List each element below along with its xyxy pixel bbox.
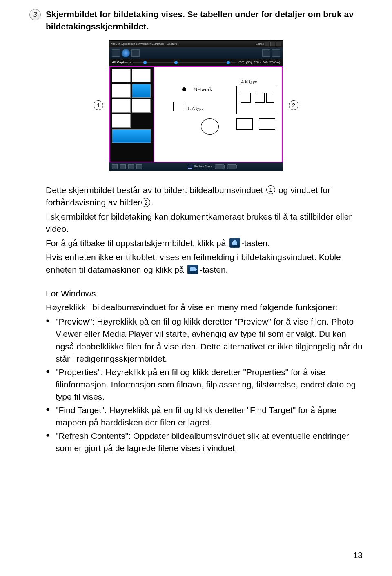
value-50: (50) (246, 60, 252, 65)
paragraph: Dette skjermbildet består av to bilder: … (46, 184, 363, 209)
list-item: "Properties": Høyreklikk på en fil og kl… (46, 366, 363, 403)
close-icon[interactable] (276, 42, 281, 46)
app-titlebar: ArcSoft Application software for ELPDC06… (109, 41, 283, 47)
for-windows-heading: For Windows (46, 287, 363, 300)
list-item: "Preview": Høyreklikk på en fil og klikk… (46, 316, 363, 365)
checkbox-icon[interactable] (188, 165, 192, 169)
home-icon[interactable] (112, 49, 120, 57)
callout-1: 1 (94, 100, 103, 110)
thumbnail[interactable] (112, 114, 131, 128)
edit-icon[interactable] (120, 164, 126, 169)
thumbnail[interactable] (132, 84, 151, 98)
play-icon[interactable] (112, 164, 118, 169)
capture-icon[interactable] (215, 164, 225, 169)
step-number-badge: 3 (29, 9, 41, 20)
diagram-box (259, 118, 275, 130)
options-icon[interactable] (272, 49, 280, 57)
resolution-label[interactable]: 320 x 240 (CVGA) (254, 60, 280, 65)
slider-handle-icon[interactable] (227, 61, 230, 64)
diagram-box (241, 93, 251, 103)
print-icon[interactable] (136, 164, 142, 169)
thumbnail[interactable] (112, 129, 151, 143)
dot-icon (182, 87, 186, 91)
text: . (151, 198, 154, 207)
slider-track[interactable] (133, 62, 237, 63)
app-title: ArcSoft Application software for ELPDC06… (111, 42, 177, 46)
step-heading: Skjermbildet for bildetaking vises. Se t… (46, 8, 363, 33)
extras-label: Extras (256, 42, 264, 46)
diagram-box (255, 93, 265, 103)
page-number: 13 (353, 549, 363, 561)
for-windows-intro: Høyreklikk i bildealbumsvinduet for å vi… (46, 301, 363, 314)
record-icon[interactable] (227, 164, 237, 169)
thumbnail[interactable] (132, 69, 151, 82)
all-captures-label[interactable]: All Captures (112, 60, 131, 65)
settings-icon[interactable] (262, 49, 270, 57)
circled-1-icon: 1 (266, 185, 275, 194)
thumbnail[interactable] (112, 84, 131, 98)
slider-handle-icon[interactable] (174, 61, 178, 64)
b-type-label: 2. B type (241, 78, 257, 85)
text: -tasten. (199, 265, 228, 274)
paragraph: I skjermbildet for bildetaking kan dokum… (46, 211, 363, 236)
tool-icon[interactable] (131, 49, 140, 57)
mail-icon[interactable] (128, 164, 134, 169)
text: For å gå tilbake til oppstartskjermbilde… (46, 238, 228, 248)
diagram-box (236, 118, 253, 130)
diagram-oval (201, 118, 219, 135)
value-30: (30) (238, 60, 244, 65)
diagram-box (173, 102, 185, 111)
text: Dette skjermbildet består av to bilder: … (46, 185, 265, 195)
screenshot-figure: 1 ArcSoft Application software for ELPDC… (29, 40, 363, 170)
a-type-label: 1. A type (187, 105, 203, 112)
slider-handle-icon[interactable] (143, 61, 147, 64)
maximize-icon[interactable] (270, 42, 275, 46)
filter-bar: All Captures (30) (50) 320 x 240 (CVGA) (109, 59, 283, 66)
callout-2: 2 (289, 100, 298, 110)
bullet-list: "Preview": Høyreklikk på en fil og klikk… (46, 316, 363, 455)
preview-panel[interactable]: Network 1. A type 2. B type (154, 66, 283, 162)
paragraph: For å gå tilbake til oppstartskjermbilde… (46, 237, 363, 249)
paragraph: Hvis enheten ikke er tilkoblet, vises en… (46, 251, 363, 276)
thumbnail[interactable] (132, 99, 151, 113)
minimize-icon[interactable] (265, 42, 270, 46)
home-button-icon (229, 238, 240, 248)
diagram-box (266, 93, 274, 103)
camera-icon[interactable] (122, 49, 130, 57)
list-item: "Refresh Contents": Oppdater bildealbums… (46, 430, 363, 455)
list-item: "Find Target": Høyreklikk på en fil og k… (46, 404, 363, 429)
album-panel[interactable] (109, 66, 154, 162)
text: -tasten. (241, 238, 270, 248)
circled-2-icon: 2 (141, 198, 150, 207)
reduce-noise-label[interactable]: Reduce Noise (194, 165, 212, 168)
network-label: Network (194, 86, 212, 93)
thumbnail[interactable] (112, 69, 131, 82)
toolbar (109, 47, 283, 59)
thumbnail[interactable] (112, 99, 131, 113)
camera-button-icon (187, 265, 198, 274)
diagram: Network 1. A type 2. B type (157, 69, 279, 159)
app-window: ArcSoft Application software for ELPDC06… (109, 40, 283, 170)
bottom-bar: Reduce Noise (109, 162, 283, 171)
